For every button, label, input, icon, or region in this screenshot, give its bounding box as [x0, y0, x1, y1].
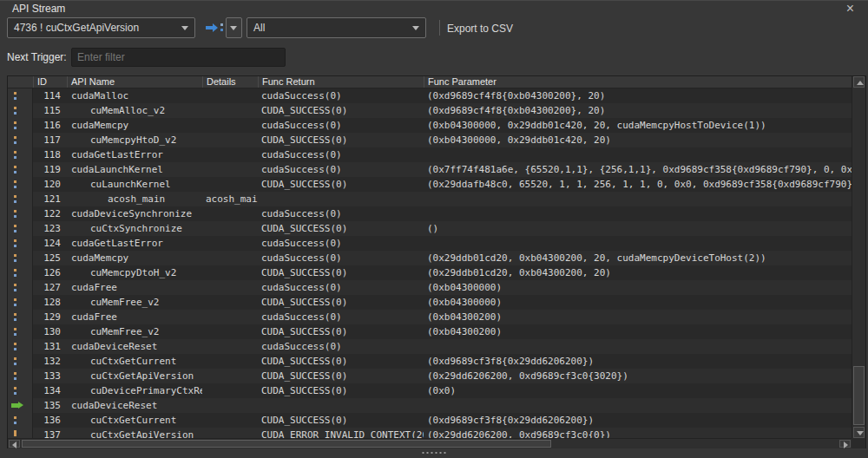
- row-id: 129: [33, 310, 67, 324]
- scroll-down-button[interactable]: [853, 427, 865, 438]
- table-row[interactable]: 122cudaDeviceSynchronizecudaSuccess(0): [8, 206, 852, 221]
- table-row[interactable]: 137cuCtxGetApiVersionCUDA_ERROR_INVALID_…: [8, 428, 852, 438]
- col-api-name[interactable]: API Name: [67, 76, 202, 88]
- api-call-marker-icon: [8, 383, 33, 398]
- row-api-name: cudaMemcpy: [67, 251, 202, 265]
- close-icon[interactable]: ×: [846, 1, 854, 16]
- table-row[interactable]: 119cudaLaunchKernelcudaSuccess(0)(0x7ff7…: [8, 162, 852, 177]
- table-row[interactable]: 128cuMemFree_v2CUDA_SUCCESS(0)(0xb043000…: [8, 295, 852, 310]
- table-row[interactable]: 117cuMemcpyHtoD_v2CUDA_SUCCESS(0)(0xb043…: [8, 133, 852, 147]
- row-api-name: cudaFree: [67, 280, 202, 295]
- row-details: [202, 369, 258, 383]
- row-details: [202, 147, 258, 162]
- api-call-table: ID API Name Details Func Return Func Par…: [7, 75, 866, 449]
- api-call-marker-icon: [8, 162, 33, 177]
- col-details[interactable]: Details: [202, 76, 258, 88]
- table-row[interactable]: 131cudaDeviceResetcudaSuccess(0): [8, 339, 852, 354]
- table-row[interactable]: 130cuMemFree_v2CUDA_SUCCESS(0)(0xb043002…: [8, 324, 852, 339]
- horizontal-scroll-thumb[interactable]: [22, 440, 551, 448]
- row-func-return: cudaSuccess(0): [258, 147, 424, 162]
- api-filter-value: All: [253, 22, 265, 34]
- row-func-parameter: [424, 398, 852, 413]
- row-api-name: cuDevicePrimaryCtxRe…: [67, 383, 202, 398]
- row-api-name: cuMemFree_v2: [67, 295, 202, 310]
- row-details: [202, 413, 258, 428]
- vertical-scrollbar[interactable]: [852, 76, 865, 438]
- col-id[interactable]: ID: [33, 76, 67, 88]
- trigger-filter-input[interactable]: [71, 48, 286, 67]
- row-func-return: [258, 398, 424, 413]
- row-func-parameter: (0xb04300000): [424, 280, 852, 295]
- row-func-parameter: (0x7ff74f481a6e, {65520,1,1}, {256,1,1},…: [424, 162, 852, 177]
- jump-to-event-icon[interactable]: [206, 22, 225, 34]
- row-api-name: cuMemFree_v2: [67, 324, 202, 339]
- table-row[interactable]: 126cuMemcpyDtoH_v2CUDA_SUCCESS(0)(0x29dd…: [8, 265, 852, 280]
- table-row[interactable]: 129cudaFreecudaSuccess(0)(0xb04300200): [8, 310, 852, 324]
- row-func-return: CUDA_SUCCESS(0): [258, 103, 424, 118]
- table-row[interactable]: 133cuCtxGetApiVersionCUDA_SUCCESS(0)(0x2…: [8, 369, 852, 383]
- row-api-name: cuCtxGetCurrent: [67, 354, 202, 369]
- next-trigger-label: Next Trigger:: [7, 51, 67, 63]
- table-row[interactable]: 135cudaDeviceReset: [8, 398, 852, 413]
- row-details: [202, 310, 258, 324]
- api-call-marker-icon: [8, 192, 33, 206]
- col-func-parameter[interactable]: Func Parameter: [424, 76, 852, 88]
- col-func-return[interactable]: Func Return: [258, 76, 424, 88]
- row-func-parameter: (0xb04300000): [424, 295, 852, 310]
- row-func-return: [258, 192, 424, 206]
- scroll-up-button[interactable]: [853, 76, 865, 88]
- row-id: 133: [33, 369, 67, 383]
- table-row[interactable]: 115cuMemAlloc_v2CUDA_SUCCESS(0)(0xd9689c…: [8, 103, 852, 118]
- table-row[interactable]: 118cudaGetLastErrorcudaSuccess(0): [8, 147, 852, 162]
- api-call-marker-icon: [8, 206, 33, 221]
- table-header[interactable]: ID API Name Details Func Return Func Par…: [8, 76, 852, 88]
- row-details: [202, 354, 258, 369]
- table-row[interactable]: 116cudaMemcpycudaSuccess(0)(0xb04300000,…: [8, 118, 852, 133]
- table-row[interactable]: 121acosh_mainacosh_main: [8, 192, 852, 206]
- row-id: 126: [33, 265, 67, 280]
- row-details: [202, 118, 258, 133]
- vertical-scroll-thumb[interactable]: [853, 366, 865, 425]
- horizontal-scrollbar[interactable]: [8, 438, 852, 448]
- table-row[interactable]: 124cudaGetLastErrorcudaSuccess(0): [8, 236, 852, 251]
- row-api-name: cudaDeviceReset: [67, 339, 202, 354]
- row-id: 118: [33, 147, 67, 162]
- current-position-arrow-icon: [8, 398, 33, 413]
- row-id: 124: [33, 236, 67, 251]
- row-func-parameter: [424, 206, 852, 221]
- api-stream-panel: API Stream × 4736 ! cuCtxGetApiVersion A…: [0, 0, 868, 458]
- table-row[interactable]: 134cuDevicePrimaryCtxRe…CUDA_SUCCESS(0)(…: [8, 383, 852, 398]
- event-selector-combo[interactable]: 4736 ! cuCtxGetApiVersion: [7, 17, 195, 38]
- resize-splitter[interactable]: [0, 448, 868, 458]
- row-api-name: cudaDeviceSynchronize: [67, 206, 202, 221]
- row-details: [202, 324, 258, 339]
- api-filter-combo[interactable]: All: [247, 17, 426, 38]
- table-row[interactable]: 114cudaMalloccudaSuccess(0)(0xd9689cf4f8…: [8, 88, 852, 103]
- export-to-csv-button[interactable]: Export to CSV: [447, 23, 513, 35]
- table-row[interactable]: 123cuCtxSynchronizeCUDA_SUCCESS(0)(): [8, 221, 852, 236]
- table-row[interactable]: 127cudaFreecudaSuccess(0)(0xb04300000): [8, 280, 852, 295]
- scroll-right-button[interactable]: [839, 440, 851, 448]
- row-func-return: CUDA_SUCCESS(0): [258, 413, 424, 428]
- chevron-down-icon: [230, 26, 237, 30]
- row-func-parameter: [424, 236, 852, 251]
- table-row[interactable]: 132cuCtxGetCurrentCUDA_SUCCESS(0)(0xd968…: [8, 354, 852, 369]
- row-func-return: cudaSuccess(0): [258, 310, 424, 324]
- row-api-name: cudaGetLastError: [67, 236, 202, 251]
- col-marker[interactable]: [8, 76, 33, 88]
- row-func-return: CUDA_SUCCESS(0): [258, 369, 424, 383]
- row-id: 131: [33, 339, 67, 354]
- row-func-parameter: (): [424, 221, 852, 236]
- chevron-down-icon: [412, 26, 419, 30]
- row-details: [202, 103, 258, 118]
- row-details: [202, 265, 258, 280]
- api-call-marker-icon: [8, 280, 33, 295]
- table-row[interactable]: 120cuLaunchKernelCUDA_SUCCESS(0)(0x29dda…: [8, 177, 852, 192]
- jump-options-dropdown[interactable]: [226, 17, 242, 38]
- table-row[interactable]: 136cuCtxGetCurrentCUDA_SUCCESS(0)(0xd968…: [8, 413, 852, 428]
- table-row[interactable]: 125cudaMemcpycudaSuccess(0)(0x29ddb01cd2…: [8, 251, 852, 265]
- row-details: [202, 221, 258, 236]
- row-func-return: CUDA_SUCCESS(0): [258, 265, 424, 280]
- scroll-left-button[interactable]: [9, 440, 20, 448]
- api-call-marker-icon: [8, 221, 33, 236]
